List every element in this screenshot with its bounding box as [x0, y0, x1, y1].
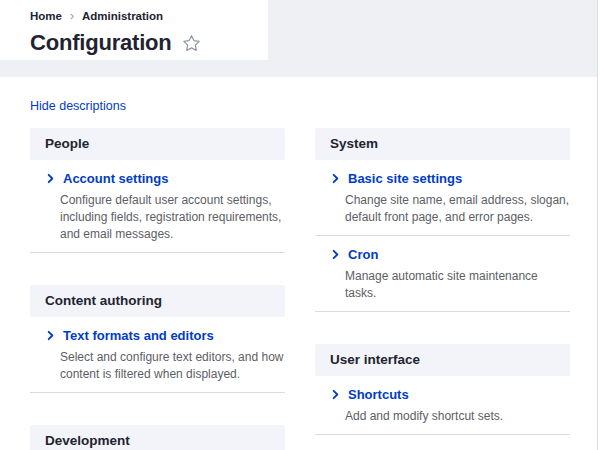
hide-descriptions-link[interactable]: Hide descriptions [30, 99, 126, 113]
chevron-right-icon [330, 389, 341, 400]
column-left: People Account settings Configure defaul… [30, 128, 285, 450]
breadcrumb-link-home[interactable]: Home [30, 10, 62, 22]
admin-item-link[interactable]: Basic site settings [315, 171, 570, 186]
category-title: Content authoring [30, 285, 285, 317]
category-items: Basic site settings Change site name, em… [315, 160, 570, 312]
admin-item-label[interactable]: Account settings [63, 171, 168, 186]
chevron-right-icon [330, 249, 341, 260]
breadcrumb-separator-icon: › [70, 9, 74, 23]
category-card: User interface Shortcuts Add and modify … [315, 344, 570, 435]
admin-item-label[interactable]: Shortcuts [348, 387, 409, 402]
admin-item-description: Configure default user account settings,… [60, 192, 285, 243]
chevron-right-icon [45, 173, 56, 184]
admin-item-label[interactable]: Cron [348, 247, 378, 262]
admin-item-description: Change site name, email address, slogan,… [345, 192, 570, 226]
category-title: Development [30, 425, 285, 450]
admin-item-link[interactable]: Account settings [30, 171, 285, 186]
admin-item: Cron Manage automatic site maintenance t… [315, 236, 570, 312]
admin-item-description: Manage automatic site maintenance tasks. [345, 268, 570, 302]
category-title: System [315, 128, 570, 160]
admin-item-description: Select and configure text editors, and h… [60, 349, 285, 383]
admin-item: Text formats and editors Select and conf… [30, 317, 285, 393]
category-card: System Basic site settings Change site n… [315, 128, 570, 312]
admin-item-link[interactable]: Cron [315, 247, 570, 262]
page-header: Home › Administration Configuration [0, 0, 268, 60]
admin-item-label[interactable]: Basic site settings [348, 171, 462, 186]
category-card: Development [30, 425, 285, 450]
breadcrumb: Home › Administration [30, 9, 268, 23]
chevron-right-icon [330, 173, 341, 184]
category-card: Content authoring Text formats and edito… [30, 285, 285, 393]
category-items: Shortcuts Add and modify shortcut sets. [315, 376, 570, 435]
admin-item: Basic site settings Change site name, em… [315, 160, 570, 236]
admin-item: Shortcuts Add and modify shortcut sets. [315, 376, 570, 435]
chevron-right-icon [45, 330, 56, 341]
star-icon[interactable] [182, 34, 201, 53]
page-title: Configuration [30, 30, 172, 56]
category-items: Account settings Configure default user … [30, 160, 285, 253]
admin-item-label[interactable]: Text formats and editors [63, 328, 214, 343]
breadcrumb-link-administration[interactable]: Administration [82, 10, 163, 22]
admin-item-link[interactable]: Shortcuts [315, 387, 570, 402]
admin-item-link[interactable]: Text formats and editors [30, 328, 285, 343]
admin-item-description: Add and modify shortcut sets. [345, 408, 570, 425]
category-title: People [30, 128, 285, 160]
category-title: User interface [315, 344, 570, 376]
title-row: Configuration [30, 30, 268, 56]
category-card: People Account settings Configure defaul… [30, 128, 285, 253]
column-right: System Basic site settings Change site n… [315, 128, 570, 450]
category-items: Text formats and editors Select and conf… [30, 317, 285, 393]
admin-item: Account settings Configure default user … [30, 160, 285, 253]
